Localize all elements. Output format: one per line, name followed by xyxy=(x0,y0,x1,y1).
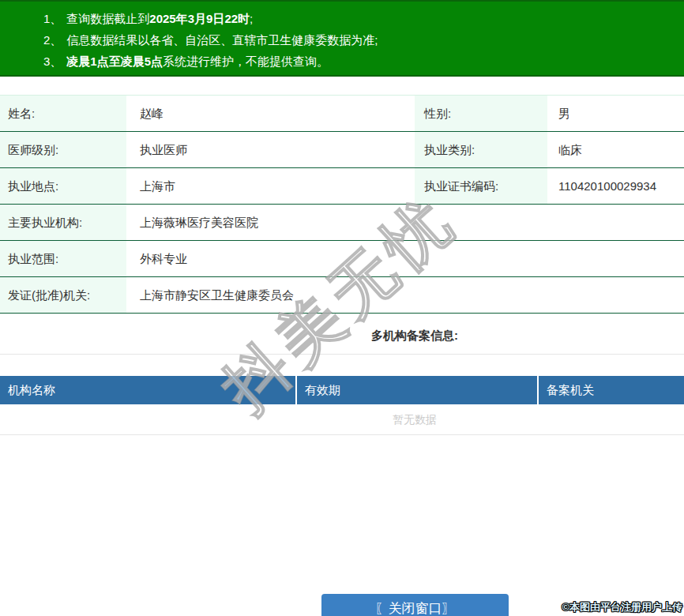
gender-label: 性别: xyxy=(415,96,547,131)
multi-institution-filing-title: 多机构备案信息: xyxy=(73,314,684,354)
notice-line-2: 2、信息数据结果以各省、自治区、直辖市卫生健康委数据为准; xyxy=(43,29,676,51)
column-header-validity-period: 有效期 xyxy=(297,376,539,404)
table-row-issuing-authority: 发证(批准)机关: 上海市静安区卫生健康委员会 xyxy=(0,277,684,314)
gender-value: 男 xyxy=(547,96,684,131)
notice-text-bold: 凌晨1点至凌晨5点 xyxy=(66,54,163,68)
image-credit-stamp: ©本图由平台注册用户上传 xyxy=(562,600,682,614)
notice-number: 3、 xyxy=(43,54,62,68)
name-value: 赵峰 xyxy=(126,96,415,131)
license-number-label: 执业证书编码: xyxy=(415,168,547,204)
notice-banner: 1、查询数据截止到2025年3月9日22时; 2、信息数据结果以各省、自治区、直… xyxy=(0,0,684,77)
table-row-main-institution: 主要执业机构: 上海薇琳医疗美容医院 xyxy=(0,205,684,241)
practice-scope-label: 执业范围: xyxy=(0,241,126,276)
practice-location-value: 上海市 xyxy=(126,168,415,204)
notice-text: ; xyxy=(250,12,253,25)
table-row-level-category: 医师级别: 执业医师 执业类别: 临床 xyxy=(0,132,684,168)
column-header-institution-name: 机构名称 xyxy=(0,376,297,404)
table-row-practice-scope: 执业范围: 外科专业 xyxy=(0,241,684,277)
issuing-authority-value: 上海市静安区卫生健康委员会 xyxy=(126,277,684,313)
notice-text-bold: 2025年3月9日22时 xyxy=(149,12,250,25)
name-label: 姓名: xyxy=(0,96,126,131)
divider xyxy=(0,354,684,355)
practice-location-label: 执业地点: xyxy=(0,168,126,204)
notice-number: 1、 xyxy=(43,12,62,25)
notice-number: 2、 xyxy=(43,33,62,47)
notice-text: 系统进行维护，不能提供查询。 xyxy=(163,54,329,68)
practice-category-label: 执业类别: xyxy=(415,132,547,167)
main-institution-value: 上海薇琳医疗美容医院 xyxy=(126,205,684,240)
column-header-filing-authority: 备案机关 xyxy=(539,376,684,404)
physician-info-table: 姓名: 赵峰 性别: 男 医师级别: 执业医师 执业类别: 临床 执业地点: 上… xyxy=(0,95,684,314)
practice-scope-value: 外科专业 xyxy=(126,241,684,276)
issuing-authority-label: 发证(批准)机关: xyxy=(0,277,126,313)
divider xyxy=(0,434,684,435)
doctor-level-value: 执业医师 xyxy=(126,132,415,167)
physician-result-panel: 姓名: 赵峰 性别: 男 医师级别: 执业医师 执业类别: 临床 执业地点: 上… xyxy=(0,95,684,435)
notice-line-1: 1、查询数据截止到2025年3月9日22时; xyxy=(43,8,676,29)
main-institution-label: 主要执业机构: xyxy=(0,205,126,240)
notice-text: 查询数据截止到 xyxy=(66,12,149,25)
close-window-button[interactable]: 〖关闭窗口〗 xyxy=(321,594,509,616)
license-number-value: 110420100029934 xyxy=(547,168,684,204)
table-row-location-license: 执业地点: 上海市 执业证书编码: 110420100029934 xyxy=(0,168,684,205)
no-data-placeholder: 暂无数据 xyxy=(73,404,684,434)
filing-table-header: 机构名称 有效期 备案机关 xyxy=(0,376,684,404)
notice-line-3: 3、凌晨1点至凌晨5点系统进行维护，不能提供查询。 xyxy=(43,51,676,72)
table-row-name-gender: 姓名: 赵峰 性别: 男 xyxy=(0,96,684,132)
notice-text: 信息数据结果以各省、自治区、直辖市卫生健康委数据为准; xyxy=(66,33,378,47)
doctor-level-label: 医师级别: xyxy=(0,132,126,167)
practice-category-value: 临床 xyxy=(547,132,684,167)
